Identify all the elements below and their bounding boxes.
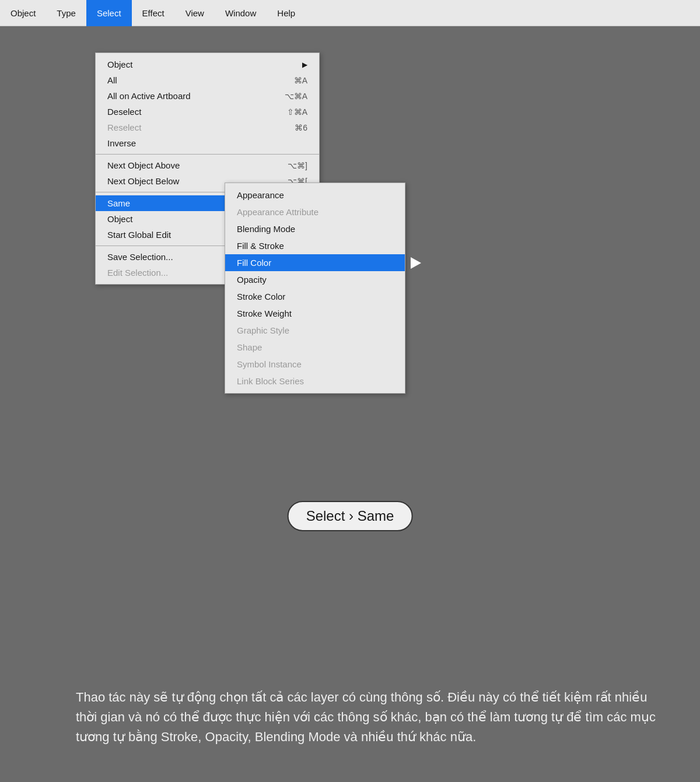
submenu-item-graphic-style: Graphic Style xyxy=(225,322,405,339)
submenu-item-blending-mode[interactable]: Blending Mode xyxy=(225,220,405,237)
separator-1 xyxy=(96,154,319,155)
menu-item-inverse[interactable]: Inverse xyxy=(96,135,319,151)
menu-item-all-artboard[interactable]: All on Active Artboard ⌥⌘A xyxy=(96,88,319,104)
submenu-item-shape: Shape xyxy=(225,339,405,356)
menu-item-object[interactable]: Object ▶ xyxy=(96,57,319,72)
menubar-item-effect[interactable]: Effect xyxy=(132,0,175,26)
menubar-item-window[interactable]: Window xyxy=(215,0,267,26)
submenu-item-opacity[interactable]: Opacity xyxy=(225,271,405,288)
menu-item-next-above[interactable]: Next Object Above ⌥⌘] xyxy=(96,157,319,173)
description-text: Thao tác này sẽ tự động chọn tất cả các … xyxy=(76,688,665,747)
submenu-item-link-block-series: Link Block Series xyxy=(225,373,405,390)
breadcrumb: Select › Same xyxy=(288,501,413,531)
canvas-area: Object ▶ All ⌘A All on Active Artboard ⌥… xyxy=(0,26,700,782)
menubar-item-view[interactable]: View xyxy=(175,0,215,26)
arrow-icon: ▶ xyxy=(302,61,307,69)
submenu-item-fill-color[interactable]: Fill Color xyxy=(225,254,405,271)
menubar-item-object[interactable]: Object xyxy=(0,0,46,26)
menu-item-reselect: Reselect ⌘6 xyxy=(96,120,319,135)
submenu-item-appearance[interactable]: Appearance xyxy=(225,187,405,204)
cursor-icon xyxy=(411,257,421,269)
same-submenu: Appearance Appearance Attribute Blending… xyxy=(225,183,405,394)
menu-item-all[interactable]: All ⌘A xyxy=(96,72,319,88)
submenu-item-appearance-attr: Appearance Attribute xyxy=(225,204,405,220)
menubar-item-help[interactable]: Help xyxy=(267,0,306,26)
submenu-item-stroke-color[interactable]: Stroke Color xyxy=(225,288,405,305)
submenu-item-fill-stroke[interactable]: Fill & Stroke xyxy=(225,237,405,254)
menubar: Object Type Select Effect View Window He… xyxy=(0,0,700,26)
menubar-item-select[interactable]: Select xyxy=(86,0,132,26)
menubar-item-type[interactable]: Type xyxy=(46,0,86,26)
submenu-item-stroke-weight[interactable]: Stroke Weight xyxy=(225,305,405,322)
menu-item-deselect[interactable]: Deselect ⇧⌘A xyxy=(96,104,319,120)
submenu-item-symbol-instance: Symbol Instance xyxy=(225,356,405,373)
